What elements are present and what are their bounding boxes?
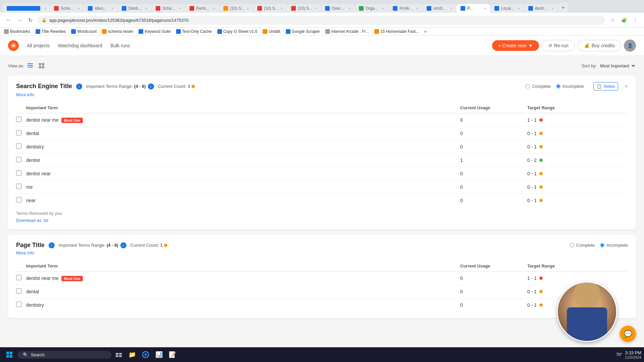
list-view-button[interactable] — [26, 61, 35, 70]
tab-t2[interactable]: Sche... × — [50, 4, 84, 13]
new-tab-button[interactable]: + — [558, 3, 568, 13]
chat-bubble-button[interactable]: 💬 — [620, 326, 636, 342]
bookmark-text-cache[interactable]: Text-Only Cache — [176, 29, 212, 34]
tab-t8[interactable]: (10) S... × — [253, 4, 287, 13]
bookmark-homemade-fast[interactable]: 15 Homemade Fast... — [374, 29, 419, 34]
term-cell: dentist near meMust Use — [26, 272, 460, 285]
tab-t11[interactable]: Orga... × — [355, 4, 388, 13]
taskbar-icon-misc1[interactable]: 📊 — [153, 349, 165, 351]
menu-icon[interactable]: ⋮ — [631, 15, 640, 25]
file-explorer-button[interactable]: 📁 — [126, 349, 138, 351]
nav-all-projects[interactable]: All projects — [27, 43, 50, 48]
term-checkbox[interactable] — [16, 170, 21, 176]
section1-close-button[interactable]: × — [625, 83, 628, 89]
sort-select[interactable]: Most Important Least Important Alphabeti… — [599, 63, 636, 69]
section2-count-dot — [164, 244, 167, 247]
tab-t5[interactable]: Sche... × — [152, 4, 185, 13]
bookmark-copy-gsheet[interactable]: Copy G Sheet v1.0 — [217, 29, 257, 34]
term-checkbox[interactable] — [16, 143, 21, 149]
avatar-head — [574, 282, 600, 307]
start-button[interactable] — [3, 348, 16, 351]
section1-count-dot — [192, 85, 195, 88]
bookmark-title-rewrites[interactable]: Title Rewrites — [36, 29, 66, 34]
table-row: dentist near meMust Use 0 1 - 1 — [16, 113, 628, 127]
bookmark-schema-tester[interactable]: schema tester — [102, 29, 133, 34]
section1-range-info[interactable]: i — [148, 83, 154, 89]
grid-view-button[interactable] — [37, 61, 46, 70]
bookmark-label: Wordcount — [77, 29, 97, 34]
browser-toolbar: ← → ↻ 🔒 app.pageoptimizer.pro/#/sites/12… — [0, 13, 644, 28]
back-button[interactable]: ← — [4, 15, 13, 25]
tab-t3[interactable]: siteo... × — [84, 4, 117, 13]
tab-t9[interactable]: (10) S... × — [287, 4, 321, 13]
section1-info-icon[interactable]: i — [76, 83, 82, 89]
tab-t4[interactable]: Denti... × — [118, 4, 151, 13]
bookmark-wordcount[interactable]: Wordcount — [71, 29, 97, 34]
extensions-icon[interactable]: 🧩 — [619, 15, 629, 25]
tab-t10[interactable]: Over... × — [321, 4, 355, 13]
table-row: dental 0 0 - 1 — [16, 285, 628, 298]
nav-watchdog[interactable]: Watchdog dashboard — [58, 43, 102, 48]
term-checkbox[interactable] — [16, 197, 21, 202]
bookmark-label: Copy G Sheet v1.0 — [223, 29, 257, 34]
bookmark-label: Unddit — [269, 29, 280, 34]
bookmark-more[interactable]: » — [424, 29, 427, 34]
grid-view-icon — [39, 63, 45, 69]
svg-rect-2 — [28, 65, 33, 66]
term-checkbox[interactable] — [16, 157, 21, 162]
term-checkbox[interactable] — [16, 184, 21, 189]
tab-t15[interactable]: Local... × — [490, 4, 524, 13]
forward-button[interactable]: → — [15, 15, 24, 25]
bookmark-google-scraper[interactable]: Google Scraper — [286, 29, 320, 34]
tab-bar: Denti... × Sche... × siteo... × Denti...… — [3, 3, 641, 13]
section1-complete-radio[interactable]: Complete — [526, 84, 551, 89]
section1-incomplete-radio[interactable]: Incomplete — [556, 84, 584, 89]
address-bar[interactable]: 🔒 app.pageoptimizer.pro/#/sites/125363/p… — [38, 16, 605, 25]
chrome-taskbar-button[interactable] — [140, 349, 152, 351]
bookmark-keyword-suite[interactable]: Keyword Suite — [139, 29, 170, 34]
term-cell: dental — [26, 285, 460, 298]
tab-t7[interactable]: (10) S... × — [219, 4, 253, 13]
section2-info-icon[interactable]: i — [49, 242, 55, 248]
term-checkbox[interactable] — [16, 302, 21, 307]
section2-incomplete-radio[interactable]: Incomplete — [600, 243, 628, 248]
tab-t12[interactable]: Profe... × — [389, 4, 422, 13]
create-new-button[interactable]: + Create new ▼ — [492, 40, 539, 51]
term-checkbox[interactable] — [16, 275, 21, 280]
tab-active[interactable]: P... × — [457, 4, 490, 13]
rerun-button[interactable]: ↺ Re-run — [542, 40, 575, 51]
bookmark-star-icon[interactable]: ☆ — [608, 15, 617, 25]
section2-more-info-link[interactable]: More info — [16, 250, 34, 255]
term-checkbox[interactable] — [16, 117, 21, 122]
bookmark-bookmarks[interactable]: Bookmarks — [4, 29, 30, 34]
section2-range-info[interactable]: i — [120, 242, 126, 248]
range-cell: 0 - 1 — [527, 194, 628, 207]
term-checkbox[interactable] — [16, 130, 21, 135]
bookmark-internet-arcade[interactable]: Internet Arcade : Fr... — [325, 29, 369, 34]
task-view-button[interactable] — [113, 349, 125, 351]
taskbar-icon-misc2[interactable]: 📝 — [166, 349, 178, 351]
create-new-label: + Create new — [498, 43, 526, 48]
section1-more-info-link[interactable]: More info — [16, 92, 34, 97]
tab-t1[interactable]: Denti... × — [3, 4, 50, 13]
taskbar-search[interactable]: 🔍 Search — [17, 351, 111, 351]
refresh-button[interactable]: ↻ — [25, 15, 35, 25]
buy-credits-button[interactable]: 💰 Buy credits — [578, 40, 621, 51]
toolbar-icons: ☆ 🧩 ⋮ — [608, 15, 640, 25]
section1-notes-button[interactable]: 📋 Notes — [593, 82, 618, 90]
section1-download-link[interactable]: Download as .txt — [16, 218, 48, 223]
section1-col-term: Important Term — [26, 103, 460, 113]
usage-cell: 0 — [460, 127, 527, 140]
nav-bulk-runs[interactable]: Bulk runs — [110, 43, 130, 48]
app-header: All projects Watchdog dashboard Bulk run… — [0, 36, 644, 56]
svg-rect-7 — [42, 66, 44, 68]
user-avatar[interactable]: 👤 — [624, 40, 636, 52]
tab-t13[interactable]: orm5... × — [423, 4, 456, 13]
bookmark-unddit[interactable]: Unddit — [263, 29, 280, 34]
tab-t6[interactable]: Denti... × — [185, 4, 219, 13]
term-checkbox[interactable] — [16, 288, 21, 294]
section2-complete-radio[interactable]: Complete — [570, 243, 595, 248]
section2-radio-group: Complete Incomplete — [570, 243, 628, 248]
tab-t16[interactable]: denti... × — [524, 4, 558, 13]
term-cell: dentistry — [26, 298, 460, 312]
